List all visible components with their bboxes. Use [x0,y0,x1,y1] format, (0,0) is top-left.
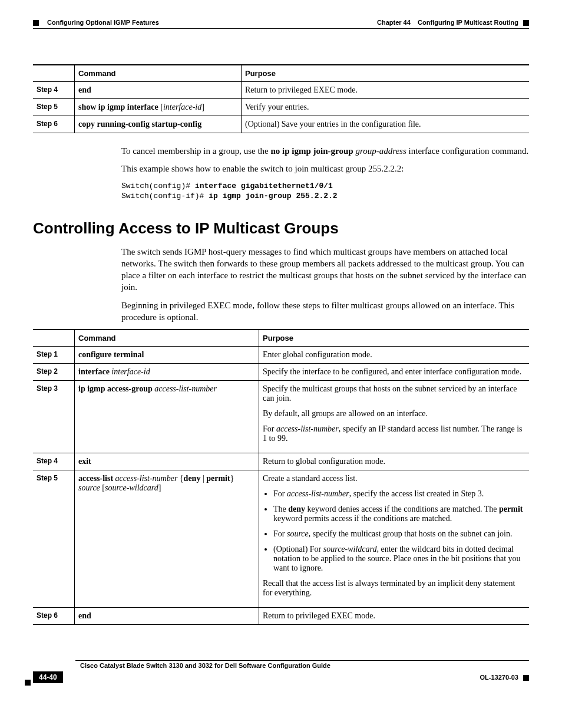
col-header-command: Command [75,330,259,347]
step-label: Step 1 [33,347,75,364]
code-example: Switch(config)# interface gigabitetherne… [121,181,529,202]
step-label: Step 4 [33,82,75,99]
list-item: For access-list-number, specify the acce… [273,489,525,499]
steps-table-2: Command Purpose Step 1 configure termina… [33,329,529,625]
para-cancel-membership: To cancel membership in a group, use the… [121,145,529,157]
table-row: Step 6 end Return to privileged EXEC mod… [33,608,529,625]
table-row: Step 6copy running-config startup-config… [33,116,529,133]
code-prompt: Switch(config)# [121,182,195,190]
purpose-cell: Specify the interface to be configured, … [259,364,530,381]
table-row: Step 4endReturn to privileged EXEC mode. [33,82,529,99]
steps-table-1: Command Purpose Step 4endReturn to privi… [33,64,529,133]
chapter-title: Configuring IP Multicast Routing [418,19,518,26]
section-heading: Controlling Access to IP Multicast Group… [33,219,529,238]
command-cell: end [75,608,259,625]
para-example-intro: This example shows how to enable the swi… [121,163,529,174]
purpose-cell: Return to privileged EXEC mode. [259,608,530,625]
text: Specify the multicast groups that hosts … [263,384,525,403]
command-cell: ip igmp access-group access-list-number [75,381,259,453]
col-header-purpose: Purpose [259,330,530,347]
table-row: Step 1 configure terminal Enter global c… [33,347,529,364]
text: interface configuration command. [406,146,528,156]
para-intro-1: The switch sends IGMP host-query message… [121,246,529,294]
text: By default, all groups are allowed on an… [263,409,525,419]
running-head-section: Configuring Optional IGMP Features [33,19,159,26]
bullet-list: For access-list-number, specify the acce… [273,489,525,573]
step-label: Step 2 [33,364,75,381]
col-header-command: Command [75,65,242,82]
purpose-cell: Enter global configuration mode. [259,347,530,364]
table-row: Step 5show ip igmp interface [interface-… [33,99,529,116]
list-item: For source, specify the multicast group … [273,529,525,539]
purpose-cell: Return to privileged EXEC mode. [242,82,530,99]
doc-id: OL-13270-03 [480,674,529,681]
chapter-label: Chapter 44 [377,19,411,26]
step-label: Step 5 [33,470,75,608]
command-cell: show ip igmp interface [interface-id] [75,99,242,116]
cmd-italic: group-address [355,146,406,156]
step-label: Step 3 [33,381,75,453]
list-item: The deny keyword denies access if the co… [273,505,525,523]
purpose-cell: (Optional) Save your entries in the conf… [242,116,530,133]
cmd-bold: no ip igmp join-group [270,146,353,156]
step-label: Step 6 [33,608,75,625]
command-cell: interface interface-id [75,364,259,381]
table1-body: Step 4endReturn to privileged EXEC mode.… [33,82,529,133]
command-cell: exit [75,453,259,470]
text: To cancel membership in a group, use the [121,146,270,156]
footer-book-title: Cisco Catalyst Blade Switch 3130 and 303… [80,661,529,669]
purpose-cell: Return to global configuration mode. [259,453,530,470]
document-page: Configuring Optional IGMP Features Chapt… [0,0,562,702]
command-cell: configure terminal [75,347,259,364]
code-prompt: Switch(config-if)# [121,192,209,200]
code-cmd: interface gigabitethernet1/0/1 [195,182,333,190]
step-label: Step 4 [33,453,75,470]
table-row: Step 4 exit Return to global configurati… [33,453,529,470]
page-number: 44-40 [33,671,63,683]
step-label: Step 6 [33,116,75,133]
purpose-cell: Create a standard access list. For acces… [259,470,530,608]
table-row: Step 2 interface interface-id Specify th… [33,364,529,381]
step-label: Step 5 [33,99,75,116]
text: Create a standard access list. [263,474,525,483]
para-intro-2: Beginning in privileged EXEC mode, follo… [121,299,529,324]
page-footer: Cisco Catalyst Blade Switch 3130 and 303… [33,660,529,683]
command-cell: access-list access-list-number {deny | p… [75,470,259,608]
command-cell: end [75,82,242,99]
purpose-cell: Verify your entries. [242,99,530,116]
text: For access-list-number, specify an IP st… [263,424,525,443]
code-cmd: ip igmp join-group 255.2.2.2 [209,192,337,200]
list-item: (Optional) For source-wildcard, enter th… [273,545,525,573]
command-cell: copy running-config startup-config [75,116,242,133]
col-header-purpose: Purpose [242,65,530,82]
purpose-cell: Specify the multicast groups that hosts … [259,381,530,453]
table-row: Step 3 ip igmp access-group access-list-… [33,381,529,453]
running-head: Configuring Optional IGMP Features Chapt… [33,19,529,26]
text: Recall that the access list is always te… [263,579,525,598]
table-row: Step 5 access-list access-list-number {d… [33,470,529,608]
running-head-chapter: Chapter 44 Configuring IP Multicast Rout… [377,19,529,26]
header-rule [33,28,529,29]
